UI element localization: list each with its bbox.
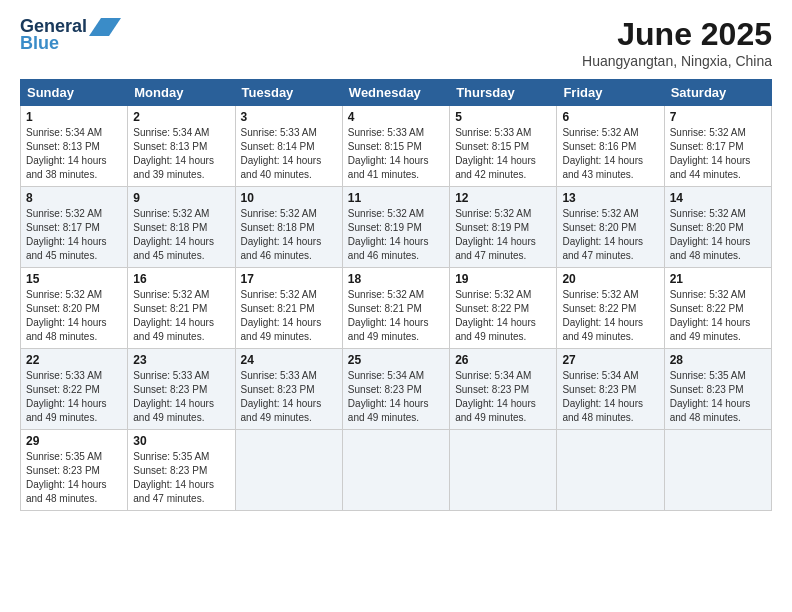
- logo: General Blue: [20, 16, 121, 54]
- day-number: 29: [26, 434, 122, 448]
- svg-marker-0: [89, 18, 121, 36]
- day-cell-26: 26Sunrise: 5:34 AMSunset: 8:23 PMDayligh…: [450, 349, 557, 430]
- logo-blue: Blue: [20, 33, 59, 54]
- day-info: Sunrise: 5:32 AMSunset: 8:21 PMDaylight:…: [133, 288, 229, 344]
- day-cell-28: 28Sunrise: 5:35 AMSunset: 8:23 PMDayligh…: [664, 349, 771, 430]
- day-info: Sunrise: 5:33 AMSunset: 8:14 PMDaylight:…: [241, 126, 337, 182]
- day-number: 28: [670, 353, 766, 367]
- day-number: 14: [670, 191, 766, 205]
- day-number: 16: [133, 272, 229, 286]
- day-cell-12: 12Sunrise: 5:32 AMSunset: 8:19 PMDayligh…: [450, 187, 557, 268]
- day-info: Sunrise: 5:32 AMSunset: 8:18 PMDaylight:…: [133, 207, 229, 263]
- header: General Blue June 2025 Huangyangtan, Nin…: [20, 16, 772, 69]
- day-number: 10: [241, 191, 337, 205]
- day-info: Sunrise: 5:32 AMSunset: 8:22 PMDaylight:…: [670, 288, 766, 344]
- day-info: Sunrise: 5:32 AMSunset: 8:20 PMDaylight:…: [670, 207, 766, 263]
- day-number: 5: [455, 110, 551, 124]
- day-cell-16: 16Sunrise: 5:32 AMSunset: 8:21 PMDayligh…: [128, 268, 235, 349]
- day-info: Sunrise: 5:32 AMSunset: 8:21 PMDaylight:…: [348, 288, 444, 344]
- col-header-friday: Friday: [557, 80, 664, 106]
- day-cell-13: 13Sunrise: 5:32 AMSunset: 8:20 PMDayligh…: [557, 187, 664, 268]
- day-number: 30: [133, 434, 229, 448]
- day-number: 19: [455, 272, 551, 286]
- day-cell-9: 9Sunrise: 5:32 AMSunset: 8:18 PMDaylight…: [128, 187, 235, 268]
- day-info: Sunrise: 5:33 AMSunset: 8:15 PMDaylight:…: [348, 126, 444, 182]
- day-info: Sunrise: 5:34 AMSunset: 8:13 PMDaylight:…: [26, 126, 122, 182]
- month-title: June 2025: [582, 16, 772, 53]
- day-number: 8: [26, 191, 122, 205]
- day-number: 1: [26, 110, 122, 124]
- empty-cell: [557, 430, 664, 511]
- day-number: 21: [670, 272, 766, 286]
- day-cell-7: 7Sunrise: 5:32 AMSunset: 8:17 PMDaylight…: [664, 106, 771, 187]
- week-row-4: 22Sunrise: 5:33 AMSunset: 8:22 PMDayligh…: [21, 349, 772, 430]
- empty-cell: [450, 430, 557, 511]
- day-cell-1: 1Sunrise: 5:34 AMSunset: 8:13 PMDaylight…: [21, 106, 128, 187]
- day-cell-29: 29Sunrise: 5:35 AMSunset: 8:23 PMDayligh…: [21, 430, 128, 511]
- col-header-sunday: Sunday: [21, 80, 128, 106]
- day-info: Sunrise: 5:34 AMSunset: 8:23 PMDaylight:…: [455, 369, 551, 425]
- day-info: Sunrise: 5:32 AMSunset: 8:22 PMDaylight:…: [562, 288, 658, 344]
- day-info: Sunrise: 5:35 AMSunset: 8:23 PMDaylight:…: [26, 450, 122, 506]
- day-cell-20: 20Sunrise: 5:32 AMSunset: 8:22 PMDayligh…: [557, 268, 664, 349]
- day-info: Sunrise: 5:35 AMSunset: 8:23 PMDaylight:…: [670, 369, 766, 425]
- week-row-3: 15Sunrise: 5:32 AMSunset: 8:20 PMDayligh…: [21, 268, 772, 349]
- day-number: 7: [670, 110, 766, 124]
- day-number: 25: [348, 353, 444, 367]
- day-cell-3: 3Sunrise: 5:33 AMSunset: 8:14 PMDaylight…: [235, 106, 342, 187]
- day-number: 9: [133, 191, 229, 205]
- location-subtitle: Huangyangtan, Ningxia, China: [582, 53, 772, 69]
- day-info: Sunrise: 5:32 AMSunset: 8:16 PMDaylight:…: [562, 126, 658, 182]
- empty-cell: [664, 430, 771, 511]
- week-row-5: 29Sunrise: 5:35 AMSunset: 8:23 PMDayligh…: [21, 430, 772, 511]
- day-info: Sunrise: 5:32 AMSunset: 8:21 PMDaylight:…: [241, 288, 337, 344]
- header-row: SundayMondayTuesdayWednesdayThursdayFrid…: [21, 80, 772, 106]
- day-info: Sunrise: 5:32 AMSunset: 8:19 PMDaylight:…: [455, 207, 551, 263]
- day-cell-4: 4Sunrise: 5:33 AMSunset: 8:15 PMDaylight…: [342, 106, 449, 187]
- day-number: 6: [562, 110, 658, 124]
- day-info: Sunrise: 5:32 AMSunset: 8:17 PMDaylight:…: [26, 207, 122, 263]
- day-number: 12: [455, 191, 551, 205]
- day-cell-8: 8Sunrise: 5:32 AMSunset: 8:17 PMDaylight…: [21, 187, 128, 268]
- day-info: Sunrise: 5:32 AMSunset: 8:20 PMDaylight:…: [562, 207, 658, 263]
- day-info: Sunrise: 5:33 AMSunset: 8:22 PMDaylight:…: [26, 369, 122, 425]
- day-number: 15: [26, 272, 122, 286]
- day-cell-2: 2Sunrise: 5:34 AMSunset: 8:13 PMDaylight…: [128, 106, 235, 187]
- day-number: 2: [133, 110, 229, 124]
- day-cell-22: 22Sunrise: 5:33 AMSunset: 8:22 PMDayligh…: [21, 349, 128, 430]
- day-info: Sunrise: 5:34 AMSunset: 8:13 PMDaylight:…: [133, 126, 229, 182]
- day-number: 24: [241, 353, 337, 367]
- day-info: Sunrise: 5:32 AMSunset: 8:18 PMDaylight:…: [241, 207, 337, 263]
- day-cell-5: 5Sunrise: 5:33 AMSunset: 8:15 PMDaylight…: [450, 106, 557, 187]
- day-number: 20: [562, 272, 658, 286]
- day-info: Sunrise: 5:32 AMSunset: 8:20 PMDaylight:…: [26, 288, 122, 344]
- day-info: Sunrise: 5:35 AMSunset: 8:23 PMDaylight:…: [133, 450, 229, 506]
- day-number: 22: [26, 353, 122, 367]
- day-number: 13: [562, 191, 658, 205]
- day-cell-17: 17Sunrise: 5:32 AMSunset: 8:21 PMDayligh…: [235, 268, 342, 349]
- day-cell-27: 27Sunrise: 5:34 AMSunset: 8:23 PMDayligh…: [557, 349, 664, 430]
- col-header-thursday: Thursday: [450, 80, 557, 106]
- day-number: 17: [241, 272, 337, 286]
- col-header-tuesday: Tuesday: [235, 80, 342, 106]
- day-info: Sunrise: 5:33 AMSunset: 8:23 PMDaylight:…: [133, 369, 229, 425]
- day-cell-21: 21Sunrise: 5:32 AMSunset: 8:22 PMDayligh…: [664, 268, 771, 349]
- day-cell-19: 19Sunrise: 5:32 AMSunset: 8:22 PMDayligh…: [450, 268, 557, 349]
- day-cell-10: 10Sunrise: 5:32 AMSunset: 8:18 PMDayligh…: [235, 187, 342, 268]
- title-area: June 2025 Huangyangtan, Ningxia, China: [582, 16, 772, 69]
- day-number: 18: [348, 272, 444, 286]
- day-number: 23: [133, 353, 229, 367]
- day-cell-15: 15Sunrise: 5:32 AMSunset: 8:20 PMDayligh…: [21, 268, 128, 349]
- empty-cell: [235, 430, 342, 511]
- col-header-saturday: Saturday: [664, 80, 771, 106]
- week-row-1: 1Sunrise: 5:34 AMSunset: 8:13 PMDaylight…: [21, 106, 772, 187]
- day-info: Sunrise: 5:32 AMSunset: 8:19 PMDaylight:…: [348, 207, 444, 263]
- day-cell-14: 14Sunrise: 5:32 AMSunset: 8:20 PMDayligh…: [664, 187, 771, 268]
- day-number: 3: [241, 110, 337, 124]
- day-cell-25: 25Sunrise: 5:34 AMSunset: 8:23 PMDayligh…: [342, 349, 449, 430]
- logo-icon: [89, 18, 121, 36]
- day-cell-30: 30Sunrise: 5:35 AMSunset: 8:23 PMDayligh…: [128, 430, 235, 511]
- page: General Blue June 2025 Huangyangtan, Nin…: [0, 0, 792, 612]
- day-cell-6: 6Sunrise: 5:32 AMSunset: 8:16 PMDaylight…: [557, 106, 664, 187]
- day-cell-11: 11Sunrise: 5:32 AMSunset: 8:19 PMDayligh…: [342, 187, 449, 268]
